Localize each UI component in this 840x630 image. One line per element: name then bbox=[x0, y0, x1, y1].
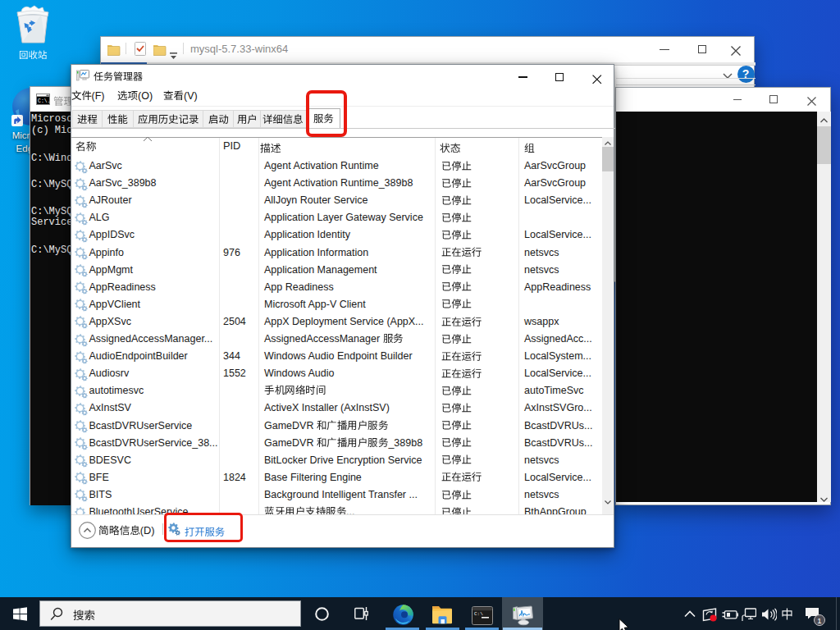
svg-text:C:\.: C:\. bbox=[38, 98, 50, 104]
